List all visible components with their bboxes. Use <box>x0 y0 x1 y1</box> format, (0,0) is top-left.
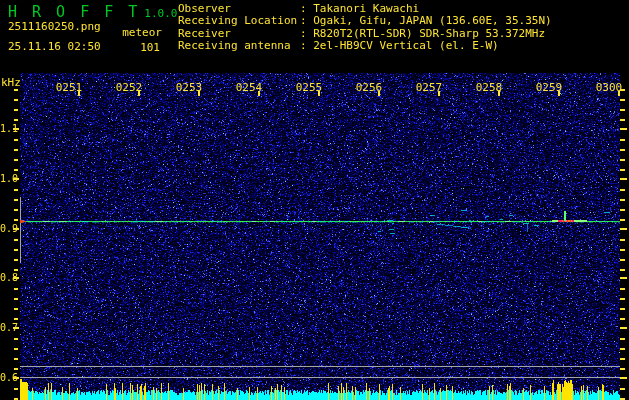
app-title: H R O F F T1.0.0 <box>8 2 177 21</box>
time-tick <box>198 91 200 96</box>
freq-label: 1.1 <box>0 123 14 134</box>
freq-minor-tick-left <box>14 189 18 191</box>
freq-minor-tick-right <box>620 89 625 91</box>
time-tick <box>498 91 500 96</box>
time-tick <box>258 91 260 96</box>
freq-minor-tick-left <box>14 308 18 310</box>
datetime-label: 25.11.16 02:50 <box>8 40 101 53</box>
freq-major-tick-right <box>620 228 627 230</box>
mode-label: meteor <box>118 26 162 39</box>
freq-minor-tick-left <box>14 269 18 271</box>
freq-minor-tick-right <box>620 368 625 370</box>
freq-minor-tick-left <box>14 259 18 261</box>
filename-label: 2511160250.png <box>8 20 101 33</box>
info-row: Receiving antenna: 2el-HB9CV Vertical (e… <box>178 40 552 52</box>
freq-minor-tick-left <box>14 358 18 360</box>
time-tick <box>618 91 620 96</box>
freq-minor-tick-right <box>620 318 625 320</box>
app-title-text: H R O F F T <box>8 3 140 21</box>
info-label: Receiving Location <box>178 15 300 27</box>
freq-minor-tick-right <box>620 348 625 350</box>
info-separator: : <box>300 27 313 40</box>
time-tick <box>438 91 440 96</box>
freq-major-tick-left <box>13 277 19 279</box>
freq-minor-tick-right <box>620 189 625 191</box>
freq-minor-tick-right <box>620 269 625 271</box>
freq-major-tick-left <box>13 377 19 379</box>
freq-minor-tick-right <box>620 209 625 211</box>
freq-minor-tick-left <box>14 288 18 290</box>
freq-minor-tick-left <box>14 338 18 340</box>
freq-minor-tick-left <box>14 249 18 251</box>
freq-minor-tick-right <box>620 259 625 261</box>
freq-minor-tick-left <box>14 368 18 370</box>
freq-major-tick-right <box>620 178 627 180</box>
freq-minor-tick-right <box>620 388 625 390</box>
freq-label: 0.8 <box>0 272 14 283</box>
time-tick <box>78 91 80 96</box>
freq-major-tick-left <box>13 228 19 230</box>
freq-minor-tick-right <box>620 199 625 201</box>
echo-count: 101 <box>136 41 160 54</box>
freq-major-tick-left <box>13 128 19 130</box>
time-tick <box>318 91 320 96</box>
freq-label: 0.9 <box>0 223 14 234</box>
freq-minor-tick-left <box>14 149 18 151</box>
time-tick <box>558 91 560 96</box>
freq-major-tick-right <box>620 277 627 279</box>
freq-major-tick-right <box>620 377 627 379</box>
freq-label: 0.7 <box>0 322 14 333</box>
info-label: Receiving antenna <box>178 40 300 52</box>
freq-minor-tick-left <box>14 139 18 141</box>
freq-major-tick-left <box>13 178 19 180</box>
freq-minor-tick-right <box>620 239 625 241</box>
freq-minor-tick-right <box>620 159 625 161</box>
freq-minor-tick-right <box>620 119 625 121</box>
info-value: Takanori Kawachi <box>313 2 419 15</box>
freq-major-tick-right <box>620 327 627 329</box>
freq-minor-tick-left <box>14 119 18 121</box>
time-tick <box>378 91 380 96</box>
header-info: Observer: Takanori KawachiReceiving Loca… <box>178 3 552 53</box>
freq-minor-tick-right <box>620 169 625 171</box>
info-value: R820T2(RTL-SDR) SDR-Sharp 53.372MHz <box>313 27 545 40</box>
freq-minor-tick-left <box>14 298 18 300</box>
info-separator: : <box>300 14 313 27</box>
freq-minor-tick-left <box>14 219 18 221</box>
freq-minor-tick-left <box>14 109 18 111</box>
freq-minor-tick-right <box>620 298 625 300</box>
info-separator: : <box>300 39 313 52</box>
freq-label: 0.6 <box>0 372 14 383</box>
freq-minor-tick-left <box>14 239 18 241</box>
freq-minor-tick-right <box>620 358 625 360</box>
freq-minor-tick-left <box>14 159 18 161</box>
freq-minor-tick-left <box>14 209 18 211</box>
freq-minor-tick-right <box>620 288 625 290</box>
freq-minor-tick-left <box>14 89 18 91</box>
freq-minor-tick-right <box>620 99 625 101</box>
app-version: 1.0.0 <box>144 7 177 20</box>
freq-major-tick-left <box>13 327 19 329</box>
info-value: Ogaki, Gifu, JAPAN (136.60E, 35.35N) <box>313 14 551 27</box>
freq-axis-unit: kHz <box>1 76 21 89</box>
time-tick <box>138 91 140 96</box>
freq-minor-tick-left <box>14 99 18 101</box>
freq-minor-tick-left <box>14 318 18 320</box>
freq-minor-tick-right <box>620 308 625 310</box>
hrofft-screen: H R O F F T1.0.0 2511160250.png meteor 2… <box>0 0 629 400</box>
freq-minor-tick-right <box>620 109 625 111</box>
freq-minor-tick-left <box>14 388 18 390</box>
info-separator: : <box>300 2 313 15</box>
freq-minor-tick-right <box>620 149 625 151</box>
freq-minor-tick-right <box>620 219 625 221</box>
spectrogram-heatmap <box>0 0 629 400</box>
freq-major-tick-right <box>620 128 627 130</box>
freq-minor-tick-left <box>14 348 18 350</box>
freq-minor-tick-right <box>620 249 625 251</box>
freq-minor-tick-left <box>14 169 18 171</box>
freq-minor-tick-left <box>14 199 18 201</box>
freq-minor-tick-right <box>620 338 625 340</box>
freq-label: 1.0 <box>0 173 14 184</box>
freq-minor-tick-right <box>620 139 625 141</box>
info-value: 2el-HB9CV Vertical (el. E-W) <box>313 39 498 52</box>
